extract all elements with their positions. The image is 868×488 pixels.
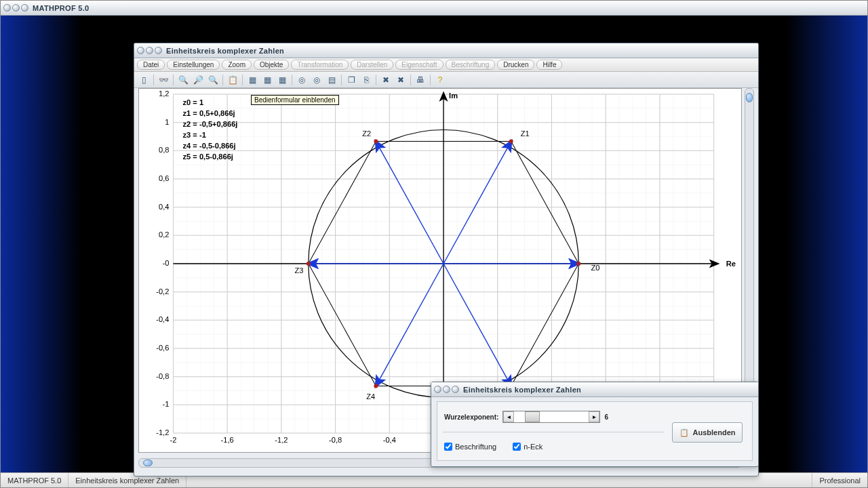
target-a-icon[interactable]: ◎ [295,74,309,86]
svg-line-122 [443,142,511,264]
layers-icon[interactable]: ❐ [344,74,358,86]
grid-c-icon[interactable]: ▦ [275,74,289,86]
svg-text:z2  =  -0,5+0,866j: z2 = -0,5+0,866j [183,120,238,128]
menu-datei[interactable]: Datei [137,60,165,70]
app-titlebar[interactable]: MATHPROF 5.0 [1,1,867,16]
grid-b-icon[interactable]: ▦ [260,74,274,86]
svg-text:0,2: 0,2 [159,230,169,239]
menu-beschriftung: Beschriftung [446,60,496,70]
tool-rect-icon[interactable]: ▯ [137,74,151,86]
h-scroll-thumb[interactable] [143,460,153,466]
svg-text:-0,6: -0,6 [156,344,169,352]
menu-transformation: Transformation [291,60,349,70]
ausblenden-label: Ausblenden [693,428,736,436]
svg-text:0,6: 0,6 [159,174,169,182]
copy-icon[interactable]: ⎘ [359,74,373,86]
v-scroll-thumb[interactable] [746,93,753,102]
zoom-in-icon[interactable]: 🔍 [176,74,190,86]
zoom-out-icon[interactable]: 🔎 [191,74,205,86]
exponent-label: Wurzelexponent: [444,413,498,421]
svg-text:z1  =  0,5+0,866j: z1 = 0,5+0,866j [183,109,235,117]
bg-glow-left [1,16,82,472]
menu-drucken[interactable]: Drucken [497,60,534,70]
svg-line-125 [376,142,443,264]
plot-title: Einheitskreis komplexer Zahlen [166,47,284,55]
form-show-icon[interactable]: 📋 [226,74,239,86]
svg-text:-1,2: -1,2 [275,436,288,444]
svg-text:0,8: 0,8 [159,146,169,154]
svg-text:Z3: Z3 [295,266,304,274]
delete-b-icon[interactable]: ✖ [394,74,408,86]
checkbox-neck-input[interactable] [513,443,521,451]
table-icon[interactable]: ▤ [325,74,338,86]
svg-text:-0,2: -0,2 [156,287,169,296]
print-icon[interactable]: 🖶 [414,74,427,86]
svg-text:-0,8: -0,8 [329,436,342,444]
bg-glow-right [786,16,867,472]
toolbar: ▯ 👓 🔍 🔎 🔍 📋 ▦ ▦ ▦ ◎ ◎ ▤ ❐ ⎘ [134,72,758,88]
panel-title: Einheitskreis komplexer Zahlen [463,386,581,394]
svg-text:Re: Re [726,260,736,268]
svg-text:-0: -0 [163,259,170,267]
svg-point-126 [374,140,378,144]
svg-point-123 [509,140,513,144]
exponent-increase-button[interactable]: ► [589,411,599,422]
window-buttons[interactable] [3,4,28,12]
delete-a-icon[interactable]: ✖ [379,74,393,86]
exponent-track[interactable] [514,411,589,422]
checkbox-beschriftung-input[interactable] [444,443,452,451]
svg-line-131 [376,264,443,386]
checkbox-beschriftung[interactable]: Beschriftung [444,443,496,451]
menubar: DateiEinstellungenZoomObjekteTransformat… [134,58,758,72]
svg-text:0,4: 0,4 [159,203,169,211]
plot-titlebar[interactable]: Einheitskreis komplexer Zahlen [134,43,758,58]
menu-objekte[interactable]: Objekte [254,60,289,70]
svg-text:Z1: Z1 [521,129,530,138]
svg-line-134 [443,264,511,386]
svg-text:z4  =  -0,5-0,866j: z4 = -0,5-0,866j [183,142,236,150]
svg-text:-1: -1 [163,400,170,408]
svg-text:z3  =  -1: z3 = -1 [183,131,206,139]
exponent-decrease-button[interactable]: ◄ [503,411,514,422]
control-panel-window: Einheitskreis komplexer Zahlen Wurzelexp… [431,382,759,467]
svg-text:1: 1 [165,118,169,126]
svg-text:z5  =  0,5-0,866j: z5 = 0,5-0,866j [183,152,233,161]
mdi-area: Einheitskreis komplexer Zahlen DateiEins… [1,16,867,472]
menu-darstellen: Darstellen [351,60,393,70]
status-edition: Professional [812,473,867,487]
svg-text:Z2: Z2 [362,129,371,138]
ausblenden-button[interactable]: 📋 Ausblenden [672,422,743,443]
window-buttons[interactable] [434,386,459,393]
svg-text:1,2: 1,2 [159,89,169,98]
menu-hilfe[interactable]: Hilfe [536,60,562,70]
exponent-scrollbar[interactable]: ◄ ► [502,411,600,423]
grid-a-icon[interactable]: ▦ [245,74,259,86]
panel-divider [443,432,664,432]
svg-text:z0  =  1: z0 = 1 [183,98,204,106]
checkbox-beschriftung-label: Beschriftung [455,443,496,451]
help-icon[interactable]: ? [433,74,447,86]
checkbox-neck-label: n-Eck [524,443,542,451]
tool-binoculars-icon[interactable]: 👓 [157,74,170,86]
exponent-thumb[interactable] [525,411,540,422]
svg-text:Z4: Z4 [366,392,375,401]
window-buttons[interactable] [137,47,162,54]
app-title: MATHPROF 5.0 [33,4,89,12]
svg-text:-2: -2 [170,436,177,444]
svg-text:Z0: Z0 [591,264,600,272]
form-hide-icon: 📋 [679,428,689,437]
app-window: MATHPROF 5.0 Einheitskreis komplexer Zah… [0,0,868,488]
menu-eigenschaft: Eigenschaft [395,60,443,70]
svg-point-132 [374,384,378,388]
target-b-icon[interactable]: ◎ [310,74,323,86]
status-appname: MATHPROF 5.0 [1,473,68,487]
zoom-reset-icon[interactable]: 🔍 [206,74,220,86]
checkbox-neck[interactable]: n-Eck [513,443,542,451]
svg-point-120 [576,262,580,266]
svg-text:-0,4: -0,4 [156,315,169,323]
menu-zoom[interactable]: Zoom [222,60,252,70]
svg-text:-0,4: -0,4 [383,436,396,444]
menu-einstellungen[interactable]: Einstellungen [167,60,220,70]
panel-titlebar[interactable]: Einheitskreis komplexer Zahlen [431,382,758,397]
svg-text:-1,2: -1,2 [156,428,169,436]
